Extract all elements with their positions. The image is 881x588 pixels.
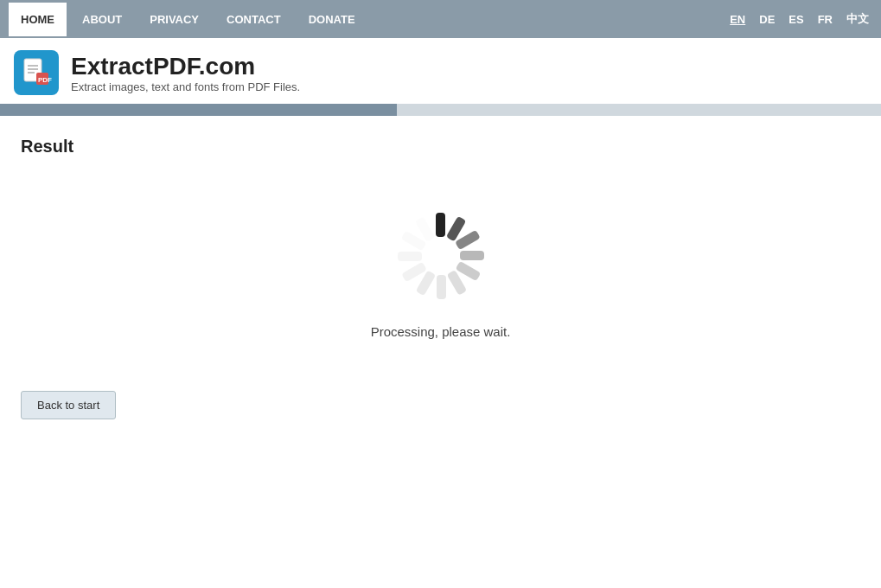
lang-zh[interactable]: 中文 xyxy=(843,10,872,29)
spinner-svg xyxy=(393,208,488,304)
spinner-container: Processing, please wait. xyxy=(21,174,860,365)
site-header: PDF ExtractPDF.com Extract images, text … xyxy=(0,38,881,104)
site-logo: PDF xyxy=(14,50,59,95)
progress-bar-fill xyxy=(0,104,397,116)
svg-text:PDF: PDF xyxy=(38,76,52,84)
progress-bar-container xyxy=(0,104,881,116)
lang-fr[interactable]: FR xyxy=(814,11,836,28)
nav-links: HOME ABOUT PRIVACY CONTACT DONATE xyxy=(9,3,367,36)
loading-spinner xyxy=(393,208,488,304)
nav-home[interactable]: HOME xyxy=(9,3,67,36)
nav-about[interactable]: ABOUT xyxy=(70,3,134,36)
nav-privacy[interactable]: PRIVACY xyxy=(137,3,211,36)
header-text-block: ExtractPDF.com Extract images, text and … xyxy=(71,53,300,93)
lang-en[interactable]: EN xyxy=(726,11,749,28)
site-subtitle: Extract images, text and fonts from PDF … xyxy=(71,80,300,93)
svg-rect-16 xyxy=(398,252,422,261)
nav-donate[interactable]: DONATE xyxy=(297,3,367,36)
svg-rect-10 xyxy=(460,251,484,260)
lang-de[interactable]: DE xyxy=(756,11,778,28)
svg-rect-7 xyxy=(436,213,445,237)
nav-contact[interactable]: CONTACT xyxy=(214,3,293,36)
result-heading: Result xyxy=(21,137,860,157)
svg-rect-13 xyxy=(437,275,446,299)
lang-es[interactable]: ES xyxy=(785,11,807,28)
logo-svg: PDF xyxy=(21,57,52,88)
site-title: ExtractPDF.com xyxy=(71,53,300,80)
main-nav: HOME ABOUT PRIVACY CONTACT DONATE EN DE … xyxy=(0,0,881,38)
language-selector: EN DE ES FR 中文 xyxy=(726,10,872,29)
processing-text: Processing, please wait. xyxy=(371,324,511,339)
main-content: Result xyxy=(0,116,881,440)
back-to-start-button[interactable]: Back to start xyxy=(21,391,116,419)
